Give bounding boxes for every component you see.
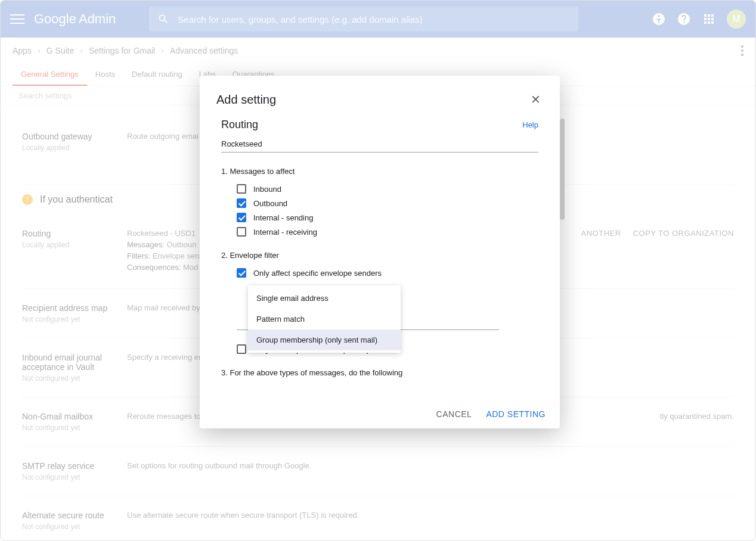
checkbox-outbound[interactable] xyxy=(237,198,246,208)
checkbox-inbound[interactable] xyxy=(237,184,246,194)
step-1-label: 1. Messages to affect xyxy=(221,167,538,176)
checkbox-envelope-recipients[interactable] xyxy=(237,344,246,354)
checkbox-label: Internal - sending xyxy=(253,213,313,222)
scrollbar[interactable] xyxy=(560,119,565,220)
add-setting-button[interactable]: ADD SETTING xyxy=(486,409,546,419)
step-2-label: 2. Envelope filter xyxy=(221,251,538,260)
cancel-button[interactable]: CANCEL xyxy=(436,409,472,419)
section-title: Routing xyxy=(221,119,258,131)
checkbox-envelope-senders[interactable] xyxy=(237,268,246,278)
dropdown-option-single-email[interactable]: Single email address xyxy=(248,288,401,309)
dropdown-option-pattern-match[interactable]: Pattern match xyxy=(248,309,401,329)
step-3-label: 3. For the above types of messages, do t… xyxy=(221,368,538,377)
close-icon[interactable]: ✕ xyxy=(528,90,543,109)
checkbox-label: Inbound xyxy=(253,185,281,194)
checkbox-label: Outbound xyxy=(253,199,287,208)
help-link[interactable]: Help xyxy=(522,120,538,129)
checkbox-internal-sending[interactable] xyxy=(237,213,246,222)
checkbox-label: Internal - receiving xyxy=(253,228,317,237)
dropdown-option-group-membership[interactable]: Group membership (only sent mail) xyxy=(248,329,401,350)
routing-name-input[interactable] xyxy=(221,136,538,153)
checkbox-label: Only affect specific envelope senders xyxy=(253,269,382,278)
checkbox-internal-receiving[interactable] xyxy=(237,227,246,237)
envelope-sender-dropdown: Single email address Pattern match Group… xyxy=(248,285,401,353)
dialog-title: Add setting xyxy=(216,93,276,107)
add-setting-dialog: Add setting ✕ Routing Help 1. Messages t… xyxy=(200,76,560,428)
